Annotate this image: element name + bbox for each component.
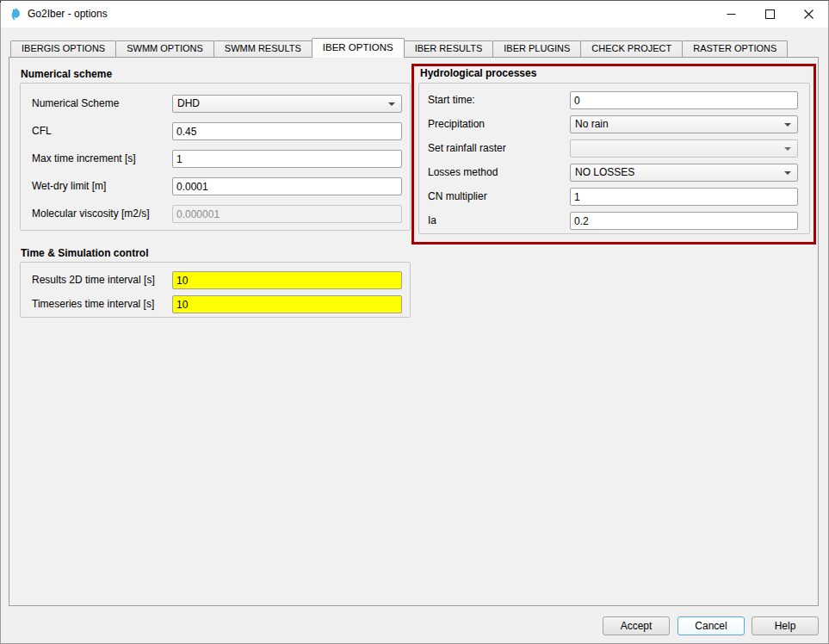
tab-iber-results[interactable]: IBER RESULTS: [404, 40, 494, 57]
group-hydrological: Start time: Precipitation No rain Set ra…: [418, 83, 810, 234]
form-row: Precipitation No rain: [419, 115, 809, 133]
chevron-down-icon: [784, 123, 791, 127]
group-numerical-scheme: Numerical Scheme DHD CFL Max time increm…: [20, 83, 411, 231]
selected-value: DHD: [177, 97, 200, 109]
form-row: Ia: [419, 212, 809, 230]
tab-iber-plugins[interactable]: IBER PLUGINS: [492, 40, 581, 57]
chevron-down-icon: [784, 171, 791, 175]
maximize-icon: [765, 9, 775, 19]
form-row: Set rainfall raster: [419, 139, 809, 158]
selected-value: No rain: [575, 118, 609, 130]
app-icon: [9, 7, 23, 22]
tab-raster-options[interactable]: RASTER OPTIONS: [682, 40, 788, 57]
numerical-scheme-select[interactable]: DHD: [172, 95, 402, 113]
form-row: Start time:: [419, 91, 809, 109]
window-title: Go2Iber - options: [28, 1, 108, 28]
help-button[interactable]: Help: [752, 616, 819, 635]
group-time-control: Results 2D time interval [s] Timeseries …: [20, 262, 411, 318]
precipitation-select[interactable]: No rain: [570, 115, 798, 133]
field-label: Ia: [428, 212, 436, 230]
form-row: Numerical Scheme DHD: [21, 95, 410, 113]
rainfall-raster-select: [570, 139, 798, 158]
form-row: Results 2D time interval [s]: [21, 271, 410, 289]
chevron-down-icon: [388, 102, 395, 106]
form-row: Timeseries time interval [s]: [21, 295, 410, 313]
field-label: Wet-dry limit [m]: [32, 177, 106, 195]
accept-button[interactable]: Accept: [603, 616, 670, 635]
chevron-down-icon: [784, 147, 791, 151]
minimize-button[interactable]: [712, 1, 751, 28]
close-icon: [804, 9, 814, 19]
close-button[interactable]: [789, 1, 828, 28]
group-title-time-control: Time & Simulation control: [21, 247, 148, 259]
tab-swmm-options[interactable]: SWMM OPTIONS: [115, 40, 214, 57]
tab-check-project[interactable]: CHECK PROJECT: [580, 40, 683, 57]
form-row: CFL: [21, 122, 410, 140]
field-label: Max time increment [s]: [32, 150, 136, 168]
field-label: Losses method: [428, 164, 498, 182]
minimize-icon: [727, 9, 736, 19]
field-label: Start time:: [428, 91, 475, 109]
field-label: CFL: [32, 122, 52, 140]
tab-swmm-results[interactable]: SWMM RESULTS: [213, 40, 312, 57]
form-row: Molecular viscosity [m2/s]: [21, 205, 410, 223]
wet-dry-limit-input[interactable]: [172, 177, 402, 195]
max-time-increment-input[interactable]: [172, 150, 402, 168]
group-title-hydrological: Hydrological processes: [420, 67, 536, 79]
losses-method-select[interactable]: NO LOSSES: [570, 164, 798, 182]
form-row: Max time increment [s]: [21, 150, 410, 168]
form-row: Wet-dry limit [m]: [21, 177, 410, 195]
title-bar: Go2Iber - options: [1, 1, 828, 28]
field-label: Timeseries time interval [s]: [32, 295, 154, 313]
options-dialog: Go2Iber - options IBERGIS OPTIONS SWMM O…: [0, 0, 829, 644]
start-time-input[interactable]: [570, 91, 798, 109]
ia-input[interactable]: [570, 212, 798, 230]
cfl-input[interactable]: [172, 122, 402, 140]
tab-ibergis-options[interactable]: IBERGIS OPTIONS: [10, 40, 116, 57]
results-2d-interval-input[interactable]: [172, 271, 402, 289]
field-label: Numerical Scheme: [32, 95, 119, 113]
field-label: Molecular viscosity [m2/s]: [32, 205, 150, 223]
molecular-viscosity-input: [172, 205, 402, 223]
field-label: Precipitation: [428, 115, 485, 133]
form-row: CN multiplier: [419, 188, 809, 206]
cancel-button[interactable]: Cancel: [677, 616, 745, 635]
selected-value: NO LOSSES: [575, 166, 634, 178]
window-controls: [712, 1, 828, 28]
form-row: Losses method NO LOSSES: [419, 164, 809, 182]
group-title-numerical-scheme: Numerical scheme: [21, 68, 112, 80]
field-label: Set rainfall raster: [428, 139, 506, 158]
field-label: Results 2D time interval [s]: [32, 271, 155, 289]
tab-iber-options[interactable]: IBER OPTIONS: [312, 38, 405, 58]
cn-multiplier-input[interactable]: [570, 188, 798, 206]
tab-bar: IBERGIS OPTIONS SWMM OPTIONS SWMM RESULT…: [10, 38, 787, 57]
timeseries-interval-input[interactable]: [172, 295, 402, 313]
maximize-button[interactable]: [751, 1, 789, 28]
field-label: CN multiplier: [428, 188, 487, 206]
